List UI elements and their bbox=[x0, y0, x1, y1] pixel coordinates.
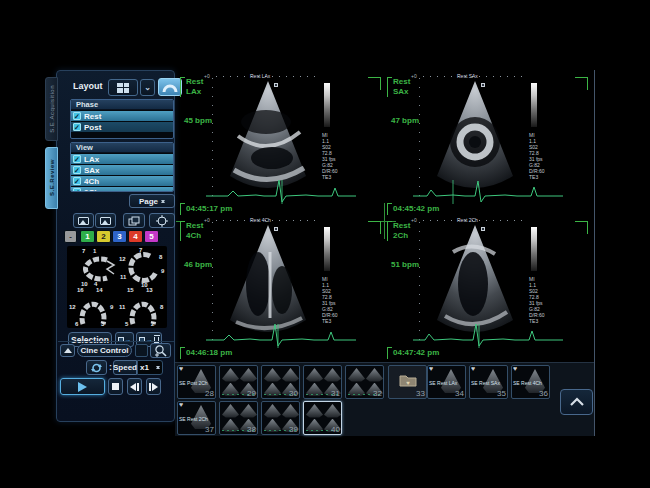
thumbnail-38[interactable]: 38 bbox=[219, 401, 258, 435]
image-icon bbox=[100, 217, 111, 225]
target-tool-button[interactable] bbox=[149, 213, 175, 228]
score-button-none[interactable]: - bbox=[64, 230, 77, 243]
ruler-origin: +0 bbox=[411, 217, 417, 223]
thumbnail-31[interactable]: 31 bbox=[303, 365, 342, 399]
cine-frame-box bbox=[135, 344, 148, 357]
grayscale-bar bbox=[531, 83, 537, 127]
lax-segment-icon bbox=[69, 248, 117, 288]
quadrant-rest-sax[interactable]: Rest SAx 47 bpm +0 Rest SAx MI1.1S0272.8… bbox=[383, 72, 590, 215]
segment-diagram-area: 7 1 10 4 7 8 9 10 11 12 16 14 12 9 6 3 bbox=[67, 246, 167, 328]
loop-mode-button[interactable] bbox=[86, 360, 107, 375]
save-image-button[interactable] bbox=[73, 213, 94, 228]
layout-dropdown-button[interactable]: ⌄ bbox=[140, 79, 155, 96]
filmstrip-collapse-button[interactable] bbox=[560, 389, 593, 415]
thumbnail-34[interactable]: ♥ SE Rest LAx 34 bbox=[427, 365, 466, 399]
control-panel: S.E.Acquisition S.E.Review Layout ⌄ Phas… bbox=[56, 70, 175, 422]
view-item-2ch[interactable]: ✓2Ch bbox=[71, 187, 173, 192]
selection-corner-marker bbox=[575, 221, 588, 234]
heart-rate: 47 bpm bbox=[391, 116, 419, 125]
ecg-trace bbox=[413, 320, 563, 350]
checkbox-checked-icon[interactable]: ✓ bbox=[73, 123, 81, 131]
timestamp: 04:47:42 pm bbox=[393, 348, 439, 357]
segment-diagram-2ch[interactable]: 15 13 11 8 5 2 bbox=[119, 288, 167, 328]
thumbnail-30[interactable]: 30 bbox=[261, 365, 300, 399]
ecg-trace bbox=[206, 176, 356, 206]
score-button-3[interactable]: 3 bbox=[112, 230, 127, 243]
thumbnail-33-folder[interactable]: ♥ 33 bbox=[388, 365, 427, 399]
segment-diagram-4ch[interactable]: 16 14 12 9 6 3 bbox=[69, 288, 117, 328]
thumbnail-32[interactable]: 32 bbox=[345, 365, 384, 399]
checkbox-checked-icon[interactable]: ✓ bbox=[73, 188, 81, 192]
quadrant-rest-lax[interactable]: Rest LAx 45 bpm +0 Rest LAx MI1.1S0272.8… bbox=[176, 72, 383, 215]
thumbnail-40-selected[interactable]: 40 bbox=[303, 401, 342, 435]
heart-icon: ♥ bbox=[179, 365, 183, 372]
heart-icon: ♥ bbox=[429, 365, 433, 372]
checkbox-checked-icon[interactable]: ✓ bbox=[73, 166, 81, 174]
quadrant-label: Rest LAx bbox=[186, 77, 203, 97]
page-button[interactable]: Page bbox=[129, 194, 175, 208]
stop-button[interactable] bbox=[108, 378, 123, 395]
score-button-5[interactable]: 5 bbox=[144, 230, 159, 243]
phase-header: Phase bbox=[71, 100, 173, 110]
chevron-down-icon: ⌄ bbox=[144, 83, 151, 92]
step-forward-icon bbox=[152, 383, 158, 391]
tab-se-acquisition[interactable]: S.E.Acquisition bbox=[45, 77, 58, 141]
grayscale-bar bbox=[531, 227, 537, 271]
page-spinner-icon[interactable] bbox=[161, 200, 165, 203]
triangle-up-icon bbox=[64, 348, 72, 353]
speed-label: Speed bbox=[113, 360, 137, 375]
view-group: View ✓LAx ✓SAx ✓4Ch ✓2Ch bbox=[70, 142, 174, 192]
quadrant-rest-4ch[interactable]: Rest 4Ch 46 bpm +0 Rest 4Ch MI1.1S0272.8… bbox=[176, 216, 383, 359]
layout-grid-select[interactable] bbox=[108, 79, 138, 96]
score-button-4[interactable]: 4 bbox=[128, 230, 143, 243]
view-item-sax[interactable]: ✓SAx bbox=[71, 165, 173, 175]
view-item-lax[interactable]: ✓LAx bbox=[71, 154, 173, 164]
thumbnail-39[interactable]: 39 bbox=[261, 401, 300, 435]
ecg-trace bbox=[413, 176, 563, 206]
score-button-1[interactable]: 1 bbox=[80, 230, 95, 243]
quadrant-label: Rest 4Ch bbox=[186, 221, 203, 241]
copy-icon bbox=[128, 216, 140, 226]
speed-value-field[interactable]: x1 bbox=[137, 360, 163, 375]
play-icon bbox=[78, 382, 87, 392]
cine-control-header[interactable]: Cine Control bbox=[77, 344, 132, 357]
grid-2x2-icon bbox=[117, 83, 129, 93]
phase-item-post[interactable]: ✓ Post bbox=[71, 122, 173, 132]
step-back-button[interactable] bbox=[127, 378, 142, 395]
checkbox-checked-icon[interactable]: ✓ bbox=[73, 112, 81, 120]
label-bracket bbox=[387, 221, 392, 241]
score-button-2[interactable]: 2 bbox=[96, 230, 111, 243]
thumbnail-36[interactable]: ♥ SE Rest 4Ch 36 bbox=[511, 365, 550, 399]
thumbnail-35[interactable]: ♥ SE Rest SAx 35 bbox=[469, 365, 508, 399]
ruler-origin: +0 bbox=[204, 217, 210, 223]
quadrant-label: Rest 2Ch bbox=[393, 221, 410, 241]
checkbox-checked-icon[interactable]: ✓ bbox=[73, 155, 81, 163]
tab-se-review[interactable]: S.E.Review bbox=[45, 147, 58, 209]
play-button[interactable] bbox=[60, 378, 105, 395]
speed-spinner-icon[interactable] bbox=[156, 366, 160, 369]
checkbox-checked-icon[interactable]: ✓ bbox=[73, 177, 81, 185]
timestamp-bracket bbox=[180, 347, 185, 359]
loop-icon bbox=[90, 362, 103, 374]
segment-diagram-sax[interactable]: 7 8 9 10 11 12 bbox=[119, 248, 167, 288]
quadrant-rest-2ch[interactable]: Rest 2Ch 51 bpm +0 Rest 2Ch MI1.1S0272.8… bbox=[383, 216, 590, 359]
cine-collapse-button[interactable] bbox=[60, 344, 75, 357]
heart-icon: ♥ bbox=[471, 365, 475, 372]
phase-item-rest[interactable]: ✓ Rest bbox=[71, 111, 173, 121]
label-bracket bbox=[180, 221, 185, 241]
thumbnail-28[interactable]: ♥ SE Post 2Ch 28 bbox=[177, 365, 216, 399]
viewport-right-border bbox=[594, 70, 595, 436]
copy-view-button[interactable] bbox=[123, 213, 145, 228]
thumbnail-29[interactable]: 29 bbox=[219, 365, 258, 399]
stop-icon bbox=[112, 383, 119, 390]
timestamp-bracket bbox=[387, 203, 392, 215]
save-image-alt-button[interactable] bbox=[95, 213, 116, 228]
thumbnail-37[interactable]: ♥ SE Rest 2Ch 37 bbox=[177, 401, 216, 435]
segment-diagram-lax[interactable]: 7 1 10 4 bbox=[69, 248, 117, 288]
phase-group: Phase ✓ Rest ✓ Post bbox=[70, 99, 174, 139]
heart-icon: ♥ bbox=[513, 365, 517, 372]
crosshair-target-icon bbox=[156, 215, 168, 227]
cine-zoom-button[interactable] bbox=[150, 343, 171, 358]
view-item-4ch[interactable]: ✓4Ch bbox=[71, 176, 173, 186]
step-forward-button[interactable] bbox=[146, 378, 161, 395]
